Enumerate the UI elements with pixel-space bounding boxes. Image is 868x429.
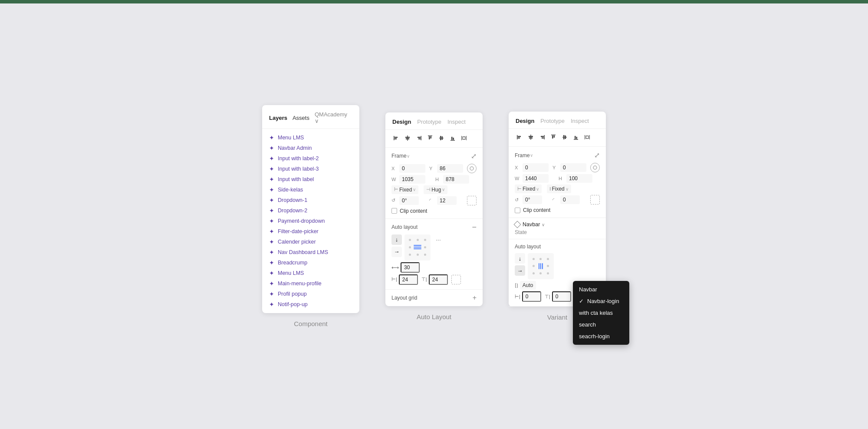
layer-item[interactable]: ✦Side-kelas	[262, 185, 359, 195]
pad-expand-btn[interactable]	[451, 275, 461, 284]
tab-assets[interactable]: Assets	[293, 115, 309, 121]
distribute-btn-v[interactable]	[582, 132, 592, 142]
align-center-h-btn-v[interactable]	[526, 132, 536, 142]
fullscreen-btn-v[interactable]: ⤢	[594, 151, 600, 159]
navbar-component-section: Navbar ∨ State	[509, 218, 606, 239]
align-top-btn[interactable]	[425, 133, 435, 143]
layer-item[interactable]: ✦Input with label-2	[262, 153, 359, 164]
rotation-input[interactable]	[399, 196, 419, 205]
vd-item-search-login[interactable]: seacrh-login	[573, 330, 629, 342]
pad-h-input-v[interactable]	[522, 291, 541, 302]
auto-align-grid[interactable]	[404, 234, 431, 261]
vd-item-cta[interactable]: with cta kelas	[573, 307, 629, 319]
layer-asterisk-icon: ✦	[269, 187, 274, 193]
constrain-btn[interactable]	[467, 164, 477, 173]
layer-item[interactable]: ✦Filter-date-picker	[262, 226, 359, 237]
align-bottom-btn[interactable]	[448, 133, 457, 143]
vd-item-navbar-login[interactable]: ✓ Navbar-login	[573, 295, 629, 307]
svg-rect-32	[552, 135, 553, 139]
align-left-btn-v[interactable]	[515, 132, 524, 142]
clip-content-checkbox-v[interactable]	[515, 208, 520, 213]
spacing-input[interactable]	[401, 262, 420, 273]
layer-item[interactable]: ✦Dropdown-1	[262, 195, 359, 205]
layer-item[interactable]: ✦Breadcrump	[262, 257, 359, 268]
distribute-btn[interactable]	[459, 133, 469, 143]
auto-dir-down-btn[interactable]: ↓	[391, 234, 402, 245]
tab-inspect-variant[interactable]: Inspect	[571, 118, 589, 124]
svg-rect-37	[574, 139, 578, 140]
pad-v-icon-v: ⊤|	[545, 294, 550, 300]
layer-item[interactable]: ✦Main-menu-profile	[262, 278, 359, 289]
corner-radius-all-btn[interactable]	[467, 196, 477, 205]
tab-prototype-auto[interactable]: Prototype	[417, 119, 441, 125]
align-right-btn-v[interactable]	[537, 132, 547, 142]
radius-input-v[interactable]	[560, 195, 580, 204]
align-right-btn[interactable]	[414, 133, 424, 143]
variant-tabs: Design Prototype Inspect	[509, 112, 606, 129]
layer-item[interactable]: ✦Menu LMS	[262, 132, 359, 143]
auto-more-btn[interactable]: ···	[433, 234, 444, 245]
hug-dropdown[interactable]: ⊣ Hug ∨	[424, 185, 447, 194]
layer-item[interactable]: ✦Notif-pop-up	[262, 299, 359, 310]
tab-qmacademy[interactable]: QMAcademy ∨	[315, 111, 352, 124]
radius-input[interactable]	[437, 196, 457, 205]
layer-item[interactable]: ✦Profil popup	[262, 289, 359, 299]
constrain-btn-v[interactable]	[590, 163, 600, 172]
tab-inspect-auto[interactable]: Inspect	[447, 119, 466, 125]
h-input-v[interactable]	[566, 174, 592, 183]
layer-item[interactable]: ✦Navbar Admin	[262, 143, 359, 153]
vd-item-navbar[interactable]: Navbar	[573, 284, 629, 295]
w-input-v[interactable]	[523, 174, 549, 183]
xy-row-v: X Y	[515, 163, 600, 172]
fullscreen-btn[interactable]: ⤢	[471, 152, 477, 160]
fixed-dropdown-v[interactable]: ⊢ Fixed ∨	[515, 185, 542, 193]
grid-dot-v9	[547, 272, 549, 274]
pad-v-input[interactable]	[429, 274, 448, 285]
align-center-h-btn[interactable]	[403, 133, 412, 143]
layer-item[interactable]: ✦Payment-dropdown	[262, 216, 359, 226]
svg-rect-15	[450, 140, 455, 141]
layer-item[interactable]: ✦Nav Dashboard LMS	[262, 247, 359, 257]
align-center-v-btn[interactable]	[437, 133, 446, 143]
layout-grid-add-btn[interactable]: +	[473, 294, 477, 302]
tab-design-auto[interactable]: Design	[392, 119, 411, 125]
clip-content-checkbox[interactable]	[391, 208, 397, 214]
align-top-btn-v[interactable]	[549, 132, 558, 142]
navbar-chevron[interactable]: ∨	[542, 222, 545, 227]
layer-item[interactable]: ✦Input with label	[262, 174, 359, 185]
auto-dropdown-v[interactable]: Auto	[520, 281, 536, 290]
vd-item-search[interactable]: search	[573, 319, 629, 330]
auto-dir-right-btn-v[interactable]: →	[515, 265, 525, 276]
x-input-v[interactable]	[523, 163, 549, 172]
auto-layout-remove-btn[interactable]: −	[472, 223, 477, 231]
layer-item[interactable]: ✦Menu LMS	[262, 268, 359, 278]
corner-radius-all-btn-v[interactable]	[590, 195, 600, 205]
layer-item[interactable]: ✦Input with label-3	[262, 164, 359, 174]
x-input[interactable]	[399, 164, 425, 173]
tab-layers[interactable]: Layers	[269, 115, 287, 121]
fixed2-dropdown-v[interactable]: I Fixed ∨	[547, 185, 571, 193]
align-bottom-btn-v[interactable]	[571, 132, 581, 142]
pad-h-input[interactable]	[399, 274, 418, 285]
frame-chevron-auto[interactable]: ∨	[407, 154, 410, 158]
auto-layout-section: Auto layout − ↓ →	[385, 219, 483, 290]
fixed-label-v: Fixed	[523, 186, 535, 192]
fixed-dropdown[interactable]: ⊢ Fixed ∨	[391, 185, 418, 194]
auto-dir-right-btn[interactable]: →	[391, 247, 402, 257]
tab-prototype-variant[interactable]: Prototype	[540, 118, 565, 124]
tab-design-variant[interactable]: Design	[516, 118, 534, 124]
layer-item[interactable]: ✦Calender picker	[262, 237, 359, 247]
align-center-v-btn-v[interactable]	[560, 132, 569, 142]
auto-dir-down-btn-v[interactable]: ↓	[515, 253, 525, 264]
layer-item[interactable]: ✦Dropdown-2	[262, 205, 359, 216]
navbar-name[interactable]: Navbar ∨	[523, 221, 545, 228]
h-input[interactable]	[443, 175, 469, 184]
y-input[interactable]	[437, 164, 463, 173]
align-left-btn[interactable]	[391, 133, 401, 143]
frame-chevron-variant[interactable]: ∨	[530, 153, 533, 158]
rotation-input-v[interactable]	[523, 195, 542, 204]
w-input[interactable]	[399, 175, 425, 184]
auto-align-grid-v[interactable]	[528, 253, 554, 279]
pad-v-input-v[interactable]	[552, 291, 571, 302]
y-input-v[interactable]	[560, 163, 586, 172]
